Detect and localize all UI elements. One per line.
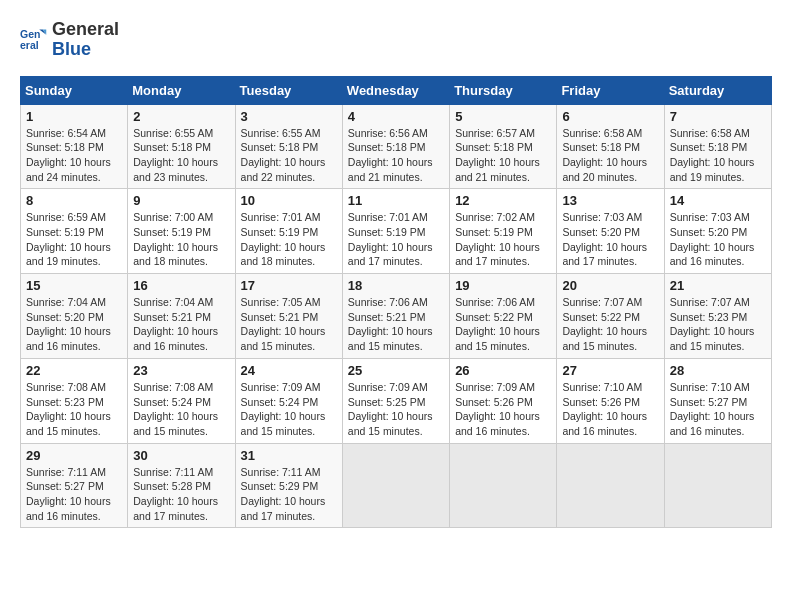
calendar-cell (557, 443, 664, 528)
calendar-cell: 24Sunrise: 7:09 AMSunset: 5:24 PMDayligh… (235, 358, 342, 443)
day-number: 4 (348, 109, 444, 124)
col-wednesday: Wednesday (342, 76, 449, 104)
day-number: 12 (455, 193, 551, 208)
day-info: Sunrise: 6:54 AMSunset: 5:18 PMDaylight:… (26, 126, 122, 185)
calendar-cell: 19Sunrise: 7:06 AMSunset: 5:22 PMDayligh… (450, 274, 557, 359)
calendar-cell: 2Sunrise: 6:55 AMSunset: 5:18 PMDaylight… (128, 104, 235, 189)
calendar-cell: 25Sunrise: 7:09 AMSunset: 5:25 PMDayligh… (342, 358, 449, 443)
day-info: Sunrise: 7:00 AMSunset: 5:19 PMDaylight:… (133, 210, 229, 269)
day-info: Sunrise: 6:56 AMSunset: 5:18 PMDaylight:… (348, 126, 444, 185)
day-info: Sunrise: 7:11 AMSunset: 5:27 PMDaylight:… (26, 465, 122, 524)
day-info: Sunrise: 6:58 AMSunset: 5:18 PMDaylight:… (670, 126, 766, 185)
calendar-cell: 21Sunrise: 7:07 AMSunset: 5:23 PMDayligh… (664, 274, 771, 359)
calendar-row: 29Sunrise: 7:11 AMSunset: 5:27 PMDayligh… (21, 443, 772, 528)
page-header: Gen eral General Blue (20, 20, 772, 60)
day-number: 31 (241, 448, 337, 463)
calendar-row: 15Sunrise: 7:04 AMSunset: 5:20 PMDayligh… (21, 274, 772, 359)
calendar-cell: 9Sunrise: 7:00 AMSunset: 5:19 PMDaylight… (128, 189, 235, 274)
day-number: 19 (455, 278, 551, 293)
day-number: 23 (133, 363, 229, 378)
calendar-cell: 22Sunrise: 7:08 AMSunset: 5:23 PMDayligh… (21, 358, 128, 443)
day-number: 14 (670, 193, 766, 208)
calendar-cell: 16Sunrise: 7:04 AMSunset: 5:21 PMDayligh… (128, 274, 235, 359)
day-info: Sunrise: 6:55 AMSunset: 5:18 PMDaylight:… (133, 126, 229, 185)
calendar-cell: 26Sunrise: 7:09 AMSunset: 5:26 PMDayligh… (450, 358, 557, 443)
day-number: 6 (562, 109, 658, 124)
day-info: Sunrise: 7:02 AMSunset: 5:19 PMDaylight:… (455, 210, 551, 269)
calendar-cell (342, 443, 449, 528)
calendar-cell: 8Sunrise: 6:59 AMSunset: 5:19 PMDaylight… (21, 189, 128, 274)
day-number: 29 (26, 448, 122, 463)
day-info: Sunrise: 7:04 AMSunset: 5:20 PMDaylight:… (26, 295, 122, 354)
day-info: Sunrise: 6:57 AMSunset: 5:18 PMDaylight:… (455, 126, 551, 185)
calendar-cell: 31Sunrise: 7:11 AMSunset: 5:29 PMDayligh… (235, 443, 342, 528)
calendar-cell: 27Sunrise: 7:10 AMSunset: 5:26 PMDayligh… (557, 358, 664, 443)
calendar-cell: 30Sunrise: 7:11 AMSunset: 5:28 PMDayligh… (128, 443, 235, 528)
col-tuesday: Tuesday (235, 76, 342, 104)
day-info: Sunrise: 7:06 AMSunset: 5:21 PMDaylight:… (348, 295, 444, 354)
calendar-cell: 12Sunrise: 7:02 AMSunset: 5:19 PMDayligh… (450, 189, 557, 274)
day-info: Sunrise: 7:10 AMSunset: 5:27 PMDaylight:… (670, 380, 766, 439)
day-info: Sunrise: 7:03 AMSunset: 5:20 PMDaylight:… (670, 210, 766, 269)
calendar-cell: 7Sunrise: 6:58 AMSunset: 5:18 PMDaylight… (664, 104, 771, 189)
col-friday: Friday (557, 76, 664, 104)
col-monday: Monday (128, 76, 235, 104)
day-info: Sunrise: 7:07 AMSunset: 5:23 PMDaylight:… (670, 295, 766, 354)
day-number: 24 (241, 363, 337, 378)
calendar-cell (664, 443, 771, 528)
day-info: Sunrise: 7:08 AMSunset: 5:23 PMDaylight:… (26, 380, 122, 439)
day-number: 30 (133, 448, 229, 463)
day-info: Sunrise: 7:11 AMSunset: 5:28 PMDaylight:… (133, 465, 229, 524)
day-info: Sunrise: 7:09 AMSunset: 5:24 PMDaylight:… (241, 380, 337, 439)
calendar-cell: 29Sunrise: 7:11 AMSunset: 5:27 PMDayligh… (21, 443, 128, 528)
calendar-cell: 6Sunrise: 6:58 AMSunset: 5:18 PMDaylight… (557, 104, 664, 189)
day-info: Sunrise: 7:03 AMSunset: 5:20 PMDaylight:… (562, 210, 658, 269)
day-info: Sunrise: 7:11 AMSunset: 5:29 PMDaylight:… (241, 465, 337, 524)
col-sunday: Sunday (21, 76, 128, 104)
day-number: 26 (455, 363, 551, 378)
calendar-table: Sunday Monday Tuesday Wednesday Thursday… (20, 76, 772, 529)
calendar-cell: 4Sunrise: 6:56 AMSunset: 5:18 PMDaylight… (342, 104, 449, 189)
day-info: Sunrise: 7:10 AMSunset: 5:26 PMDaylight:… (562, 380, 658, 439)
day-number: 15 (26, 278, 122, 293)
calendar-cell: 3Sunrise: 6:55 AMSunset: 5:18 PMDaylight… (235, 104, 342, 189)
calendar-cell: 14Sunrise: 7:03 AMSunset: 5:20 PMDayligh… (664, 189, 771, 274)
day-info: Sunrise: 7:08 AMSunset: 5:24 PMDaylight:… (133, 380, 229, 439)
day-info: Sunrise: 7:09 AMSunset: 5:25 PMDaylight:… (348, 380, 444, 439)
day-number: 5 (455, 109, 551, 124)
logo-icon: Gen eral (20, 26, 48, 54)
calendar-cell (450, 443, 557, 528)
day-number: 18 (348, 278, 444, 293)
day-info: Sunrise: 7:07 AMSunset: 5:22 PMDaylight:… (562, 295, 658, 354)
calendar-cell: 13Sunrise: 7:03 AMSunset: 5:20 PMDayligh… (557, 189, 664, 274)
calendar-row: 8Sunrise: 6:59 AMSunset: 5:19 PMDaylight… (21, 189, 772, 274)
calendar-cell: 1Sunrise: 6:54 AMSunset: 5:18 PMDaylight… (21, 104, 128, 189)
logo: Gen eral General Blue (20, 20, 119, 60)
day-number: 20 (562, 278, 658, 293)
calendar-cell: 28Sunrise: 7:10 AMSunset: 5:27 PMDayligh… (664, 358, 771, 443)
svg-text:eral: eral (20, 39, 39, 51)
day-number: 13 (562, 193, 658, 208)
day-number: 28 (670, 363, 766, 378)
calendar-cell: 20Sunrise: 7:07 AMSunset: 5:22 PMDayligh… (557, 274, 664, 359)
day-info: Sunrise: 7:01 AMSunset: 5:19 PMDaylight:… (348, 210, 444, 269)
calendar-cell: 17Sunrise: 7:05 AMSunset: 5:21 PMDayligh… (235, 274, 342, 359)
day-info: Sunrise: 7:06 AMSunset: 5:22 PMDaylight:… (455, 295, 551, 354)
day-number: 9 (133, 193, 229, 208)
day-number: 10 (241, 193, 337, 208)
day-number: 11 (348, 193, 444, 208)
calendar-cell: 18Sunrise: 7:06 AMSunset: 5:21 PMDayligh… (342, 274, 449, 359)
day-number: 16 (133, 278, 229, 293)
day-number: 8 (26, 193, 122, 208)
day-number: 1 (26, 109, 122, 124)
calendar-cell: 11Sunrise: 7:01 AMSunset: 5:19 PMDayligh… (342, 189, 449, 274)
day-number: 21 (670, 278, 766, 293)
day-number: 22 (26, 363, 122, 378)
day-number: 27 (562, 363, 658, 378)
day-info: Sunrise: 6:55 AMSunset: 5:18 PMDaylight:… (241, 126, 337, 185)
day-number: 25 (348, 363, 444, 378)
day-number: 17 (241, 278, 337, 293)
calendar-row: 22Sunrise: 7:08 AMSunset: 5:23 PMDayligh… (21, 358, 772, 443)
calendar-cell: 10Sunrise: 7:01 AMSunset: 5:19 PMDayligh… (235, 189, 342, 274)
calendar-cell: 5Sunrise: 6:57 AMSunset: 5:18 PMDaylight… (450, 104, 557, 189)
